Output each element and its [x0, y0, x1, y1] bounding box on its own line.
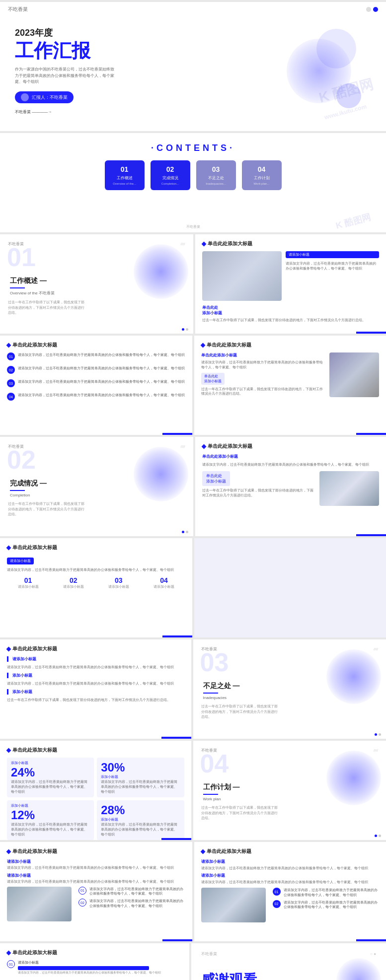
stats-grid-a: 添加小标题 24% 请添加文字内容，过去不吃香菜始终致力于把最简单高效的办公体验… [7, 758, 184, 840]
reporter-badge: 汇报人：不吃香菜 [15, 91, 74, 103]
text-06b-2: 请添加文字内容，过去不吃香菜始终致力于把最简单高效的办公体验和服务带给每个人，每… [201, 880, 380, 885]
num-06b-1: 01 请添加文字内容，过去不吃香菜始终致力于把最简单高效的办公体验和服务带给每个… [273, 888, 380, 898]
content-slide-04b [194, 538, 386, 637]
reporter-icon [21, 93, 29, 101]
thanks-pagenum: ○ ● [370, 952, 376, 956]
right-06a: 01 请添加文字内容，过去不吃香菜始终致力于把最简单高效的办公体验和服务带给每个… [76, 887, 185, 921]
img-content-02b [329, 352, 379, 397]
bullet-02b [200, 343, 205, 348]
content-card-03: 03 不足之处 Inadequacies... [196, 160, 236, 190]
col-num-4: 04 [143, 576, 185, 584]
num-circle-4: 04 [7, 393, 15, 401]
cover-desc: 作为一家源自中国的不吃香菜公司，过去不吃香菜始终致力于把最简单高效的办公体验和服… [15, 67, 114, 85]
section04-desc: 过去一年在工作中取得了以下成果，我也发现了部分待改进的地方，下面对工作情况分几个… [201, 805, 281, 821]
stat-3: 添加小标题 12% 请添加文字内容，过去不吃香菜始终致力于把最简单高效的办公体验… [7, 800, 94, 840]
content-card-02: 02 完成情况 Completion... [151, 160, 190, 190]
col-label-3: 请添加小标题 [97, 584, 140, 589]
thanks-top: 不吃香菜 ○ ● [201, 951, 377, 957]
section02-pagenum: //// [181, 444, 185, 449]
num-circ-06b-2: 02 [273, 900, 281, 908]
nav-dots-02 [182, 531, 188, 533]
stat-label-3: 添加小标题 [11, 803, 90, 808]
big-title-02a: 单击此处添加大标题 [7, 342, 185, 349]
section03-circle [326, 649, 381, 704]
sub-06b-1: 请添加小标题 [201, 859, 380, 864]
thanks-brand: 不吃香菜 [201, 951, 217, 957]
cover-year: 2023年度 [15, 27, 272, 39]
dot1 [366, 7, 371, 12]
tag-02b: 单击此处添加小标题 [201, 373, 225, 385]
pct-3: 12% [11, 808, 90, 822]
sub-section-06a-2: 请添加小标题 请添加文字内容，过去不吃香菜始终致力于把最简单高效的办公体验和服务… [7, 873, 185, 884]
circle-small [336, 83, 361, 108]
pct-4: 28% [101, 803, 180, 817]
text-area-02b: 单击此处添加小标题 请添加文字内容，过去不吃香菜始终致力于把最简单高效的办公体验… [201, 352, 326, 397]
col-num-2: 02 [52, 576, 94, 584]
content-card-04: 04 工作计划 Work plan... [242, 160, 282, 190]
nav-dots-04 [375, 835, 381, 837]
bottom-section-01a: 单击此处添加小标题 过去一年在工作中取得了以下成果，我也发现了部分待改进的地方，… [202, 305, 380, 323]
cover-main-title: 工作汇报 [15, 41, 272, 62]
num-text-1: 请添加文字内容，过去不吃香菜始终致力于把最简单高效的办公体验和服务带给每个人，每… [18, 352, 185, 357]
big-title-06b: 单击此处添加大标题 [201, 848, 380, 855]
num-item-4: 04 请添加文字内容，过去不吃香菜始终致力于把最简单高效的办公体验和服务带给每个… [7, 393, 185, 401]
section02-desc: 过去一年在工作中取得了以下成果，我也发现了部分待改进的地方，下面对工作情况分几个… [8, 501, 87, 517]
bordered-label-1: 请添加小标题 [12, 656, 184, 662]
col-label-2: 请添加小标题 [52, 584, 94, 589]
blue-bar-02a [162, 433, 192, 435]
content-slide-04a: 单击此处添加大标题 请添加小标题 请添加文字内容，过去不吃香菜始终致力于把最简单… [0, 538, 192, 637]
text-06b-1: 请添加文字内容，过去不吃香菜始终致力于把最简单高效的办公体验和服务带给每个人，每… [201, 866, 380, 871]
sub-big-01a: 单击此处添加小标题 [202, 305, 380, 316]
numbered-list-02a: 01 请添加文字内容，过去不吃香菜始终致力于把最简单高效的办公体验和服务带给每个… [7, 352, 185, 403]
text-03a: 请添加文字内容，过去不吃香菜始终致力于把最简单高效的办公体验和服务带给每个人，每… [202, 462, 380, 467]
bordered-label-3: 添加小标题 [12, 689, 184, 695]
section02-bignum: 02 [7, 447, 36, 473]
img-placeholder-06b [201, 888, 266, 922]
right-06b: 01 请添加文字内容，过去不吃香菜始终致力于把最简单高效的办公体验和服务带给每个… [270, 888, 380, 922]
num-circle-2: 02 [7, 366, 15, 374]
contents-title: ·CONTENTS· [0, 133, 386, 160]
row-section02: 不吃香菜 //// 02 完成情况 — Completion 过去一年在工作中取… [0, 437, 386, 536]
sub-label-06a-1: 请添加小标题 [7, 859, 185, 864]
blue-bar-pct-a [161, 838, 191, 840]
card-label-03: 不足之处 [202, 175, 230, 181]
card-label-04: 工作计划 [248, 175, 276, 181]
num-outline-06a-1: 01 [78, 887, 86, 895]
card-num-02: 02 [156, 165, 184, 173]
num-text-06b-1: 请添加文字内容，过去不吃香菜始终致力于把最简单高效的办公体验和服务带给每个人，每… [284, 888, 380, 898]
stat-label-4: 添加小标题 [101, 817, 180, 822]
blue-bar-05a [161, 737, 191, 739]
blue-bar-03a [356, 534, 386, 536]
num-text-06b-2: 请添加文字内容，过去不吃香菜始终致力于把最简单高效的办公体验和服务带给每个人，每… [284, 900, 380, 910]
card-num-03: 03 [202, 165, 230, 173]
num-06a-2: 02 请添加文字内容，过去不吃香菜始终致力于把最简单高效的办公体验和服务带给每个… [78, 899, 185, 909]
section-04: 不吃香菜 //// 04 工作计划 — Work plan 过去一年在工作中取得… [193, 741, 386, 840]
col-num-1: 01 [7, 576, 49, 584]
nav-dot-02-1 [182, 531, 184, 533]
click-sub-03a: 单击此处添加小标题 [202, 454, 380, 459]
pct-desc-4: 请添加文字内容，过去不吃香菜始终致力于把最简单高效的办公体验和服务带给每个人，每… [101, 822, 180, 837]
section01-bignum: 01 [7, 244, 36, 270]
top-bar: 不吃香菜 [0, 2, 386, 17]
content-02b-body: 单击此处添加小标题 请添加文字内容，过去不吃香菜始终致力于把最简单高效的办公体验… [201, 352, 380, 397]
text-05a-2: 请添加文字内容，过去不吃香菜始终致力于把最简单高效的办公体验和服务带给每个人，每… [7, 681, 184, 686]
nav-dots-03 [375, 733, 381, 736]
section-02: 不吃香菜 //// 02 完成情况 — Completion 过去一年在工作中取… [0, 437, 193, 536]
big-title-03a: 单击此处添加大标题 [202, 443, 380, 450]
tag-04a: 请添加小标题 [7, 558, 34, 564]
slide-thanks: 不吃香菜 ○ ● 感谢观看 Thanks for watching 过去一年在工… [191, 943, 386, 980]
text-04a: 请添加文字内容，过去不吃香菜始终致力于把最简单高效的办公体验和服务带给每个人，每… [7, 567, 185, 572]
stat-1: 添加小标题 24% 请添加文字内容，过去不吃香菜始终致力于把最简单高效的办公体验… [7, 758, 94, 797]
text2-02b: 过去一年在工作中取得了以下成果，我也发现了部分待改进的地方，下面对工作情况分几个… [201, 387, 326, 397]
big-title-02b: 单击此处添加大标题 [201, 342, 380, 349]
bar-item-1: 01 请添加小标题 请添加文字内容，过去不吃香菜始终致力于把最简单高效的办公体验… [7, 960, 182, 975]
bullet-05a [6, 646, 11, 651]
big-title-bar: 单击此处添加大标题 [7, 949, 182, 956]
img-content-03a [319, 471, 379, 506]
section-03: 不吃香菜 //// 03 不足之处 — Inadequacies 过去一年在工作… [193, 639, 386, 739]
bullet-06b [200, 849, 205, 854]
bordered-label-2: 添加小标题 [12, 673, 184, 678]
stat-2: 30% 添加小标题 请添加文字内容，过去不吃香菜始终致力于把最简单高效的办公体验… [97, 758, 184, 797]
bar-list: 01 请添加小标题 请添加文字内容，过去不吃香菜始终致力于把最简单高效的办公体验… [7, 960, 182, 980]
sub-text-06a-2: 请添加文字内容，过去不吃香菜始终致力于把最简单高效的办公体验和服务带给每个人，每… [7, 879, 185, 884]
